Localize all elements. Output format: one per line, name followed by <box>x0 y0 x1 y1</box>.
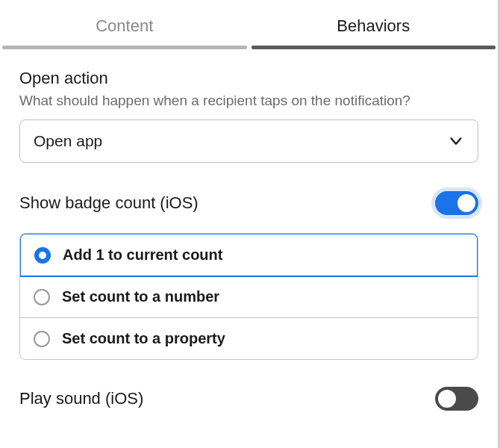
open-action-subtitle: What should happen when a recipient taps… <box>19 93 478 109</box>
badge-option-set-number[interactable]: Set count to a number <box>20 276 478 318</box>
tab-behaviors-label: Behaviors <box>337 16 410 35</box>
radio-unselected-icon <box>34 289 50 305</box>
open-action-dropdown[interactable]: Open app <box>19 119 478 163</box>
toggle-knob <box>457 194 475 212</box>
badge-option-set-property[interactable]: Set count to a property <box>20 318 478 359</box>
tab-content-label: Content <box>96 16 153 35</box>
open-action-title: Open action <box>19 69 478 88</box>
open-action-selected: Open app <box>34 132 102 150</box>
badge-option-label-1: Set count to a number <box>62 288 219 305</box>
toggle-knob <box>438 390 456 408</box>
badge-label: Show badge count (iOS) <box>19 193 199 213</box>
badge-option-label-2: Set count to a property <box>62 330 225 347</box>
chevron-down-icon <box>448 133 464 149</box>
badge-options: Add 1 to current count Set count to a nu… <box>19 233 478 360</box>
play-sound-toggle[interactable] <box>435 387 478 411</box>
play-sound-row: Play sound (iOS) <box>0 387 498 411</box>
play-sound-label: Play sound (iOS) <box>19 389 143 408</box>
tabs: Content Behaviors <box>0 0 498 49</box>
badge-toggle[interactable] <box>435 191 478 215</box>
radio-selected-icon <box>34 247 51 264</box>
tab-behaviors[interactable]: Behaviors <box>249 0 499 49</box>
badge-option-add-1[interactable]: Add 1 to current count <box>19 233 478 277</box>
tab-content[interactable]: Content <box>0 0 249 49</box>
badge-option-label-0: Add 1 to current count <box>63 246 222 264</box>
badge-row: Show badge count (iOS) <box>0 191 498 215</box>
open-action-section: Open action What should happen when a re… <box>0 49 498 163</box>
radio-unselected-icon <box>34 331 50 347</box>
